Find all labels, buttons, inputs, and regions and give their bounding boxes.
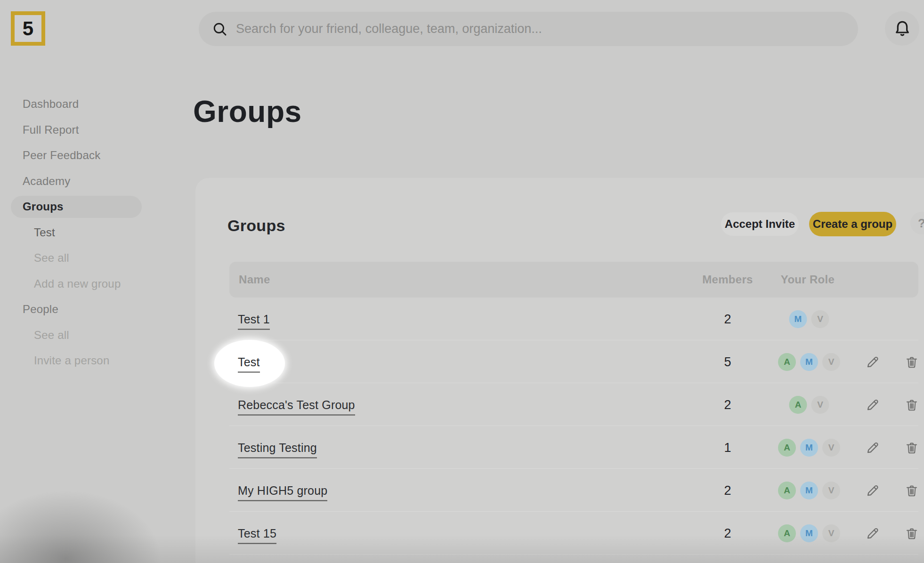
- sidebar-item-full-report[interactable]: Full Report: [11, 117, 162, 143]
- pencil-icon: [865, 397, 880, 412]
- pencil-icon: [865, 440, 880, 455]
- delete-group-button[interactable]: [905, 354, 919, 370]
- group-name-link[interactable]: Test 15: [238, 526, 276, 544]
- delete-group-button[interactable]: [905, 526, 919, 541]
- sidebar-item-label: Add a new group: [34, 277, 121, 290]
- trash-icon: [905, 397, 919, 412]
- groups-table-rows: Test 1 2 MV Test 5 AMV: [229, 298, 918, 555]
- role-avatar-a: A: [789, 396, 807, 414]
- sidebar-item-label: Peer Feedback: [23, 149, 100, 162]
- delete-group-button[interactable]: [905, 440, 919, 455]
- app-logo[interactable]: 5: [11, 11, 45, 46]
- group-name-link[interactable]: My HIGH5 group: [238, 483, 327, 501]
- trash-icon: [905, 483, 919, 498]
- members-count: 2: [724, 397, 731, 412]
- panel-title: Groups: [227, 217, 285, 235]
- pencil-icon: [865, 526, 880, 541]
- sidebar-item-label: Full Report: [23, 123, 79, 137]
- sidebar-item-label: Academy: [23, 175, 70, 188]
- role-avatars: AMV: [778, 439, 840, 457]
- groups-panel: Groups Accept Invite Create a group ? Na…: [195, 178, 924, 563]
- sidebar-item-see-all[interactable]: See all: [11, 322, 162, 348]
- role-avatar-v: V: [811, 396, 829, 414]
- role-avatars: MV: [789, 310, 829, 328]
- sidebar-item-peer-feedback[interactable]: Peer Feedback: [11, 143, 162, 169]
- sidebar-item-label: Invite a person: [34, 354, 109, 367]
- delete-group-button[interactable]: [905, 483, 919, 498]
- edit-group-button[interactable]: [865, 440, 880, 455]
- sidebar-item-see-all[interactable]: See all: [11, 245, 162, 271]
- members-count: 2: [724, 526, 731, 540]
- sidebar-item-invite-a-person[interactable]: Invite a person: [11, 348, 162, 374]
- sidebar-item-add-a-new-group[interactable]: Add a new group: [11, 271, 162, 297]
- notifications-button[interactable]: [885, 11, 919, 46]
- group-name-link[interactable]: Testing Testing: [238, 441, 317, 458]
- role-avatar-m: M: [800, 482, 818, 499]
- sidebar-item-label: Groups: [23, 200, 64, 213]
- members-count: 5: [724, 354, 731, 369]
- trash-icon: [905, 440, 919, 455]
- table-row-rebecca-s-test-group: Rebecca's Test Group 2 AV: [229, 383, 918, 426]
- edit-group-button[interactable]: [865, 526, 880, 541]
- sidebar-item-label: People: [23, 303, 58, 316]
- role-avatar-a: A: [778, 353, 796, 371]
- pencil-icon: [865, 483, 880, 498]
- page-title: Groups: [193, 94, 302, 129]
- bottom-left-shadow: [0, 464, 198, 563]
- trash-icon: [905, 354, 919, 370]
- global-search: [199, 12, 858, 46]
- sidebar-item-people[interactable]: People: [11, 297, 162, 322]
- group-name-link[interactable]: Test: [238, 355, 260, 372]
- role-avatar-v: V: [811, 310, 829, 328]
- column-header-name: Name: [239, 262, 270, 298]
- members-count: 1: [724, 440, 731, 455]
- role-avatars: AMV: [778, 353, 840, 371]
- search-icon: [212, 21, 228, 37]
- sidebar-item-label: See all: [34, 251, 69, 265]
- role-avatar-v: V: [822, 524, 840, 542]
- role-avatars: AMV: [778, 482, 840, 499]
- role-avatar-a: A: [778, 482, 796, 499]
- delete-group-button[interactable]: [905, 397, 919, 412]
- table-row-test-15: Test 15 2 AMV: [229, 512, 918, 555]
- role-avatar-m: M: [800, 524, 818, 542]
- role-avatar-v: V: [822, 353, 840, 371]
- create-group-button[interactable]: Create a group: [809, 212, 896, 236]
- edit-group-button[interactable]: [865, 483, 880, 498]
- role-avatar-v: V: [822, 439, 840, 457]
- role-avatar-m: M: [800, 353, 818, 371]
- sidebar-item-groups[interactable]: Groups: [11, 196, 142, 218]
- role-avatar-a: A: [778, 524, 796, 542]
- table-row-my-high5-group: My HIGH5 group 2 AMV: [229, 469, 918, 512]
- sidebar-item-test[interactable]: Test: [11, 220, 162, 246]
- table-header: Name Members Your Role: [229, 262, 918, 298]
- role-avatar-v: V: [822, 482, 840, 499]
- sidebar-item-label: Dashboard: [23, 97, 79, 111]
- column-header-role: Your Role: [781, 262, 835, 298]
- table-row-testing-testing: Testing Testing 1 AMV: [229, 426, 918, 469]
- role-avatars: AMV: [778, 524, 840, 542]
- group-name-link[interactable]: Test 1: [238, 312, 270, 330]
- search-input[interactable]: [228, 12, 858, 46]
- table-row-test: Test 5 AMV: [229, 340, 918, 383]
- edit-group-button[interactable]: [865, 397, 880, 412]
- role-avatar-m: M: [789, 310, 807, 328]
- group-name-link[interactable]: Rebecca's Test Group: [238, 398, 355, 415]
- sidebar-item-label: Test: [34, 226, 55, 239]
- edit-group-button[interactable]: [865, 354, 880, 370]
- sidebar-item-academy[interactable]: Academy: [11, 169, 162, 194]
- role-avatar-m: M: [800, 439, 818, 457]
- bell-icon: [893, 19, 912, 38]
- column-header-members: Members: [702, 262, 753, 298]
- help-button[interactable]: ?: [910, 212, 924, 234]
- sidebar-item-dashboard[interactable]: Dashboard: [11, 91, 162, 117]
- role-avatars: AV: [789, 396, 829, 414]
- pencil-icon: [865, 354, 880, 370]
- role-avatar-a: A: [778, 439, 796, 457]
- members-count: 2: [724, 483, 731, 498]
- sidebar: Dashboard Full Report Peer Feedback Acad…: [11, 91, 162, 374]
- table-row-test-1: Test 1 2 MV: [229, 298, 918, 340]
- trash-icon: [905, 526, 919, 541]
- row-divider: [229, 554, 918, 555]
- accept-invite-button[interactable]: Accept Invite: [721, 212, 799, 236]
